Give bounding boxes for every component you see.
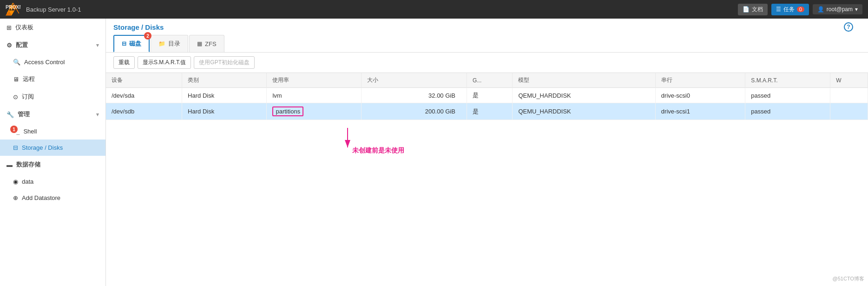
smart-button[interactable]: 显示S.M.A.R.T.值	[138, 56, 191, 69]
access-icon: 🔍	[13, 59, 20, 66]
sidebar-item-subscribe[interactable]: ⊙ 订阅	[0, 88, 105, 106]
table: 设备 类别 使用率 大小 G... 模型 串行 S.M.A.R.T. W /de…	[106, 73, 868, 120]
col-size: 大小	[362, 73, 467, 88]
add-datastore-label: Add Datastore	[22, 194, 60, 201]
topbar: PROXMOX Backup Server 1.0-1 📄 文档 ☰ 任务 0 …	[0, 0, 868, 19]
datastore-label: 数据存储	[16, 160, 40, 169]
subscribe-label: 订阅	[22, 93, 34, 101]
config-arrow-icon: ▾	[96, 42, 99, 48]
help-icon[interactable]: ?	[844, 22, 853, 32]
content-header: Storage / Disks ? ⊟ 磁盘 2 📁 目录 ▦	[106, 19, 868, 53]
breadcrumb: Storage / Disks	[113, 23, 164, 31]
topbar-right: 📄 文档 ☰ 任务 0 👤 root@pam ▾	[738, 4, 862, 15]
cell-device: /dev/sda	[106, 88, 182, 103]
tab-disk[interactable]: ⊟ 磁盘 2	[113, 35, 150, 52]
cell-size: 32.00 GiB	[362, 88, 467, 103]
dashboard-icon: ⊞	[7, 24, 12, 31]
sidebar-item-data[interactable]: ◉ data	[0, 173, 105, 190]
cell-device: /dev/sdb	[106, 103, 182, 120]
gpt-button[interactable]: 使用GPT初始化磁盘	[194, 56, 255, 69]
zfs-tab-icon: ▦	[197, 40, 202, 47]
cell-model: QEMU_HARDDISK	[513, 103, 655, 120]
sidebar-item-config[interactable]: ⚙ 配置 ▾	[0, 36, 105, 54]
disk-table: 设备 类别 使用率 大小 G... 模型 串行 S.M.A.R.T. W /de…	[106, 73, 868, 286]
sidebar-item-add-datastore[interactable]: ⊕ Add Datastore	[0, 190, 105, 206]
sidebar-item-storage-disks[interactable]: ⊟ Storage / Disks	[0, 140, 105, 156]
toolbar: 重载 显示S.M.A.R.T.值 使用GPT初始化磁盘	[106, 53, 868, 73]
cell-usage: partitions	[267, 103, 362, 120]
sidebar-item-manage[interactable]: 🔧 管理 ▾	[0, 106, 105, 123]
dropdown-icon: ▾	[855, 6, 858, 13]
table-row[interactable]: /dev/sda Hard Disk lvm 32.00 GiB 是 QEMU_…	[106, 88, 868, 103]
proxmox-logo-icon: PROXMOX	[6, 3, 20, 16]
disk-tab-icon: ⊟	[122, 40, 126, 47]
subscribe-icon: ⊙	[13, 93, 18, 100]
remote-label: 远程	[23, 75, 35, 83]
sidebar-item-dashboard[interactable]: ⊞ 仪表板	[0, 19, 105, 36]
annotation-text: 未创建前是未使用	[352, 146, 404, 155]
tab-bar: ⊟ 磁盘 2 📁 目录 ▦ ZFS	[113, 35, 861, 52]
datastore-icon: ▬	[7, 161, 13, 168]
logo: PROXMOX	[6, 3, 20, 16]
cell-w	[830, 103, 868, 120]
col-smart: S.M.A.R.T.	[745, 73, 830, 88]
user-icon: 👤	[817, 6, 824, 13]
shell-label: Shell	[23, 128, 37, 135]
topbar-left: PROXMOX Backup Server 1.0-1	[6, 3, 81, 16]
dashboard-label: 仪表板	[15, 23, 33, 32]
manage-icon: 🔧	[7, 111, 14, 118]
add-icon: ⊕	[13, 194, 18, 201]
sidebar-item-remote[interactable]: 🖥 远程	[0, 70, 105, 88]
main-content: Storage / Disks ? ⊟ 磁盘 2 📁 目录 ▦	[106, 19, 868, 286]
cell-gpt: 是	[467, 103, 512, 120]
annotation-container: 未创建前是未使用	[343, 123, 399, 153]
tab-zfs-label: ZFS	[205, 40, 217, 47]
app-title: Backup Server 1.0-1	[26, 6, 81, 13]
cell-w	[830, 88, 868, 103]
user-button[interactable]: 👤 root@pam ▾	[813, 4, 862, 14]
doc-icon: 📄	[743, 6, 750, 13]
shell-badge: 1	[10, 126, 18, 133]
manage-arrow-icon: ▾	[96, 112, 99, 118]
storage-disk-icon: ⊟	[13, 144, 18, 151]
layout: ⊞ 仪表板 ⚙ 配置 ▾ 🔍 Access Control 🖥 远程 ⊙ 订阅 …	[0, 19, 868, 286]
cell-smart: passed	[745, 88, 830, 103]
config-label: 配置	[16, 41, 28, 49]
col-model: 模型	[513, 73, 655, 88]
remote-icon: 🖥	[13, 76, 19, 83]
col-gpt: G...	[467, 73, 512, 88]
docs-button[interactable]: 📄 文档	[738, 4, 768, 15]
sidebar-item-access-control[interactable]: 🔍 Access Control	[0, 54, 105, 70]
cell-size: 200.00 GiB	[362, 103, 467, 120]
reload-button[interactable]: 重载	[113, 56, 135, 69]
col-w: W	[830, 73, 868, 88]
manage-label: 管理	[18, 110, 30, 119]
table-row[interactable]: /dev/sdb Hard Disk partitions 200.00 GiB…	[106, 103, 868, 120]
cell-serial: drive-scsi0	[655, 88, 745, 103]
tasks-button[interactable]: ☰ 任务 0	[771, 4, 809, 15]
task-count-badge: 0	[797, 7, 804, 12]
cell-smart: passed	[745, 103, 830, 120]
sidebar-item-shell[interactable]: ›_ Shell 1	[0, 123, 105, 140]
tab-directory-label: 目录	[168, 40, 180, 48]
col-serial: 串行	[655, 73, 745, 88]
data-icon: ◉	[13, 178, 18, 185]
settings-icon: ⚙	[7, 42, 12, 49]
tab-disk-label: 磁盘	[129, 40, 141, 48]
disk-tab-badge: 2	[144, 32, 151, 40]
tab-directory[interactable]: 📁 目录	[151, 35, 188, 52]
cell-type: Hard Disk	[182, 88, 267, 103]
sidebar-item-datastore[interactable]: ▬ 数据存储	[0, 156, 105, 173]
col-device: 设备	[106, 73, 182, 88]
cell-gpt: 是	[467, 88, 512, 103]
folder-tab-icon: 📁	[158, 40, 165, 47]
cell-type: Hard Disk	[182, 103, 267, 120]
table-header-row: 设备 类别 使用率 大小 G... 模型 串行 S.M.A.R.T. W	[106, 73, 868, 88]
partitions-value: partitions	[272, 106, 303, 116]
col-type: 类别	[182, 73, 267, 88]
cell-serial: drive-scsi1	[655, 103, 745, 120]
data-label: data	[22, 178, 33, 185]
access-control-label: Access Control	[24, 59, 65, 66]
tab-zfs[interactable]: ▦ ZFS	[189, 35, 224, 52]
storage-disks-label: Storage / Disks	[22, 144, 63, 151]
